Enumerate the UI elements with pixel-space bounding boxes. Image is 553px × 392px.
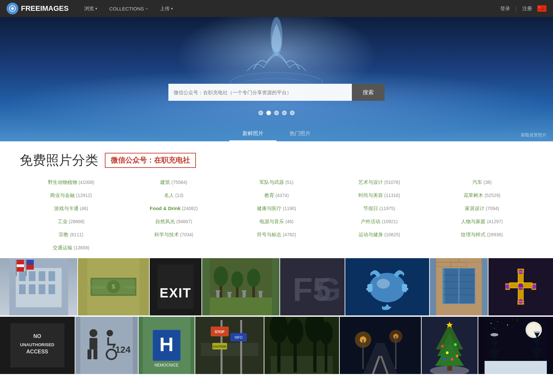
svg-point-158	[494, 328, 495, 329]
category-item[interactable]: 人物与家庭 (41297)	[430, 218, 533, 225]
svg-text:EXIT: EXIT	[160, 286, 191, 300]
category-item[interactable]: 商业与金融 (12912)	[20, 191, 123, 199]
svg-rect-135	[395, 336, 396, 369]
photo-item[interactable]	[202, 258, 279, 315]
categories-section: 免费照片分类 微信公众号：在职充电社 野生动物植物 (41008)建筑 (755…	[0, 141, 553, 258]
photo-item[interactable]	[422, 317, 478, 374]
category-item[interactable]: 电源与音乐 (46)	[225, 218, 328, 225]
search-button[interactable]: 搜索	[352, 84, 385, 101]
category-name: 纹理与样式	[461, 232, 486, 237]
svg-point-56	[377, 279, 390, 289]
category-count: (13)	[175, 193, 183, 198]
category-count: (7034)	[180, 232, 193, 237]
svg-point-146	[446, 351, 448, 354]
category-item[interactable]: 野生动物植物 (41008)	[20, 178, 123, 186]
photo-item[interactable]: H NEMOCNICE	[139, 317, 195, 374]
svg-point-87	[518, 283, 524, 290]
category-item[interactable]: 健康与医疗 (1190)	[225, 205, 328, 212]
category-count: (51)	[285, 180, 294, 185]
svg-point-40	[231, 271, 243, 288]
svg-text:CAUTION: CAUTION	[213, 345, 226, 348]
svg-rect-21	[26, 260, 27, 276]
register-button[interactable]: 注册	[520, 4, 535, 13]
photo-item[interactable]	[340, 317, 421, 374]
wechat-badge: 微信公众号：在职充电社	[105, 153, 196, 168]
nav-upload[interactable]: 上传 ▾	[154, 0, 179, 17]
photo-item[interactable]: NO UNAUTHORISED ACCESS	[0, 317, 75, 374]
svg-text:NO: NO	[33, 333, 41, 339]
nav-collections[interactable]: COLLECTIONS ~	[103, 0, 154, 17]
svg-text:1: 1	[112, 284, 115, 290]
photo-item[interactable]: 124	[75, 317, 138, 374]
category-item[interactable]: 建筑 (75584)	[123, 178, 225, 186]
svg-text:STOP: STOP	[215, 330, 224, 334]
svg-text:UNAUTHORISED: UNAUTHORISED	[20, 342, 54, 347]
category-count: (12912)	[76, 193, 92, 198]
category-item[interactable]: 军队与武器 (51)	[225, 178, 328, 186]
category-item[interactable]: 家居设计 (7094)	[430, 205, 533, 212]
category-item[interactable]: 汽车 (38)	[430, 178, 533, 186]
svg-rect-14	[29, 284, 35, 294]
photo-item[interactable]	[264, 317, 339, 374]
nav-browse[interactable]: 浏览 ▾	[78, 0, 103, 17]
svg-point-42	[247, 269, 260, 287]
category-item[interactable]: 游戏与卡通 (46)	[20, 205, 123, 212]
svg-point-145	[454, 343, 457, 346]
photo-item[interactable]: F5 G	[280, 258, 345, 315]
photo-item[interactable]	[0, 258, 77, 315]
photo-item[interactable]	[478, 317, 553, 374]
category-item[interactable]: 符号与标志 (4782)	[225, 231, 328, 239]
svg-rect-20	[17, 267, 24, 272]
tab-new-photos[interactable]: 新鲜照片	[229, 127, 276, 141]
carousel-dot-1[interactable]	[258, 111, 263, 115]
get-background-link[interactable]: 获取背景照片	[521, 132, 546, 138]
svg-point-167	[533, 330, 541, 333]
carousel-dot-5[interactable]	[290, 111, 295, 115]
category-item[interactable]: 自然风光 (94667)	[123, 218, 225, 225]
carousel-dot-4[interactable]	[282, 111, 287, 115]
svg-text:STATES: STATES	[125, 286, 137, 289]
svg-rect-23	[27, 265, 34, 270]
photo-item[interactable]: $ 1 THE UNITED STATES	[78, 258, 149, 315]
svg-rect-18	[17, 260, 24, 264]
svg-rect-50	[258, 291, 263, 292]
category-item[interactable]: 工业 (28668)	[20, 218, 123, 225]
nav-browse-label: 浏览	[84, 6, 94, 12]
photo-item[interactable]	[488, 258, 553, 315]
category-name: 自然风光	[155, 219, 175, 224]
category-item[interactable]: 节假日 (11975)	[328, 205, 431, 212]
carousel-dot-3[interactable]	[274, 111, 279, 115]
chevron-down-icon: ▾	[95, 7, 97, 11]
category-item[interactable]: Food & Drink (24082)	[123, 205, 225, 212]
svg-point-166	[490, 333, 498, 336]
category-item[interactable]: 宗教 (6111)	[20, 231, 123, 239]
category-item[interactable]: 花草树木 (52529)	[430, 191, 533, 199]
category-count: (24082)	[182, 206, 198, 211]
carousel-dot-2[interactable]	[266, 111, 271, 115]
category-item[interactable]: 户外活动 (10921)	[328, 218, 431, 225]
tab-popular-photos[interactable]: 热门照片	[276, 127, 324, 141]
svg-rect-10	[29, 271, 35, 281]
photo-item[interactable]: STOP INFO CAUTION	[195, 317, 264, 374]
category-item[interactable]: 教育 (4374)	[225, 191, 328, 199]
svg-rect-98	[87, 349, 91, 359]
category-item[interactable]: 名人 (13)	[123, 191, 225, 199]
photo-item[interactable]: EXIT	[150, 258, 201, 315]
svg-rect-12	[48, 271, 55, 281]
search-input[interactable]	[168, 84, 352, 101]
category-name: 健康与医疗	[257, 205, 281, 211]
category-item[interactable]: 交通运输 (13658)	[20, 244, 123, 252]
logo[interactable]: FREEIMAGES	[7, 3, 68, 14]
language-flag[interactable]: 🇨🇳	[537, 5, 546, 12]
svg-rect-44	[216, 290, 220, 292]
category-item[interactable]: 艺术与设计 (51076)	[328, 178, 431, 186]
category-item[interactable]: 运动与健身 (10825)	[328, 231, 431, 239]
category-item[interactable]: 纹理与样式 (28936)	[430, 231, 533, 239]
photo-item[interactable]	[430, 258, 488, 315]
category-item[interactable]: 科学与技术 (7034)	[123, 231, 225, 239]
category-item[interactable]: 时尚与美容 (11316)	[328, 191, 431, 199]
login-button[interactable]: 登录	[498, 4, 513, 13]
svg-rect-49	[259, 292, 262, 297]
bg-link-text: 获取背景照片	[521, 133, 546, 137]
photo-item[interactable]	[345, 258, 429, 315]
